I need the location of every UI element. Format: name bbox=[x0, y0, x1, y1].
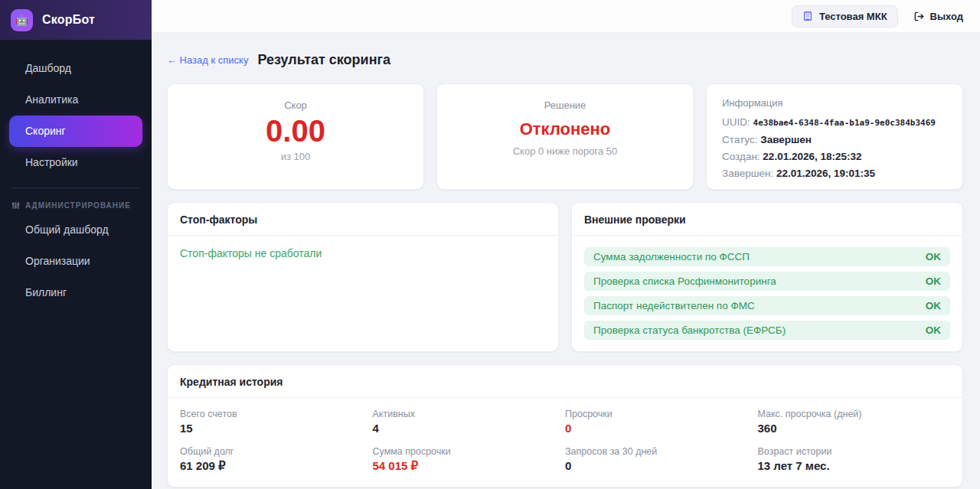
sidebar-item-billing[interactable]: Биллинг bbox=[0, 277, 152, 308]
info-row-status: Статус: Завершен bbox=[722, 132, 947, 148]
info-created-value: 22.01.2026, 18:25:32 bbox=[763, 151, 861, 162]
stat-total-accounts: Всего счетов 15 bbox=[180, 409, 373, 435]
status-badge: OK bbox=[926, 324, 941, 336]
status-badge: OK bbox=[926, 300, 941, 311]
check-label: Паспорт недействителен по ФМС bbox=[593, 300, 755, 311]
stop-factors-message: Стоп-факторы не сработали bbox=[180, 247, 546, 259]
stat-overdue-amount: Сумма просрочки 54 015 ₽ bbox=[373, 446, 566, 473]
robot-icon: 🤖 bbox=[15, 14, 28, 26]
logo-header: 🤖 СкорБот bbox=[0, 0, 152, 40]
checks-row: Стоп-факторы Стоп-факторы не сработали В… bbox=[167, 202, 963, 352]
logout-button[interactable]: Выход bbox=[913, 11, 963, 22]
stat-requests-30d: Запросов за 30 дней 0 bbox=[565, 446, 758, 473]
status-badge: OK bbox=[926, 251, 941, 262]
page-header: ← Назад к списку Результат скоринга bbox=[167, 52, 963, 68]
logout-icon bbox=[913, 11, 925, 22]
stat-total-debt: Общий долг 61 209 ₽ bbox=[180, 446, 373, 473]
external-checks-title: Внешние проверки bbox=[572, 203, 962, 236]
status-badge: OK bbox=[926, 275, 941, 287]
content: ← Назад к списку Результат скоринга Скор… bbox=[152, 33, 980, 487]
credit-history-body: Всего счетов 15 Активных 4 Просрочки 0 М… bbox=[168, 398, 962, 487]
org-button[interactable]: Тестовая МКК bbox=[792, 5, 898, 28]
sidebar-item-settings[interactable]: Настройки bbox=[0, 147, 152, 178]
app-logo: 🤖 bbox=[11, 9, 33, 31]
topbar: Тестовая МКК Выход bbox=[152, 0, 980, 33]
back-link[interactable]: ← Назад к списку bbox=[167, 54, 248, 66]
sidebar-item-analytics[interactable]: Аналитика bbox=[0, 84, 152, 116]
info-status-label: Статус: bbox=[722, 134, 757, 145]
decision-label: Решение bbox=[437, 99, 693, 111]
check-row-efrsb: Проверка статуса банкротства (ЕФРСБ) OK bbox=[584, 321, 950, 340]
admin-section-title: АДМИНИСТРИРОВАНИЕ bbox=[25, 201, 131, 210]
check-row-fms: Паспорт недействителен по ФМС OK bbox=[584, 296, 950, 315]
decision-sub: Скор 0 ниже порога 50 bbox=[437, 145, 693, 157]
score-label: Скор bbox=[168, 99, 423, 111]
info-created-label: Создан: bbox=[722, 151, 760, 162]
sidebar-item-dashboard[interactable]: Дашборд bbox=[0, 53, 152, 84]
app-title: СкорБот bbox=[42, 13, 95, 27]
stop-factors-panel: Стоп-факторы Стоп-факторы не сработали bbox=[167, 202, 559, 352]
sidebar-item-scoring[interactable]: Скоринг bbox=[9, 116, 142, 147]
info-card: Информация UUID: 4e38bae4-6348-4faa-b1a9… bbox=[706, 83, 963, 190]
main-column: Тестовая МКК Выход ← Назад к списку Резу… bbox=[152, 0, 980, 489]
stat-max-delinquency-days: Макс. просрочка (дней) 360 bbox=[758, 409, 951, 435]
external-checks-panel: Внешние проверки Сумма задолженности по … bbox=[571, 202, 963, 352]
building-icon bbox=[802, 11, 813, 21]
logout-label: Выход bbox=[930, 11, 963, 22]
info-status-value: Завершен bbox=[760, 134, 812, 145]
credit-history-panel: Кредитная история Всего счетов 15 Активн… bbox=[167, 364, 963, 487]
info-uuid-label: UUID: bbox=[722, 116, 750, 128]
info-finished-value: 22.01.2026, 19:01:35 bbox=[776, 168, 875, 179]
stop-factors-body: Стоп-факторы не сработали bbox=[168, 236, 558, 271]
score-sub: из 100 bbox=[168, 151, 423, 162]
sidebar-nav: Дашборд Аналитика Скоринг Настройки АДМИ… bbox=[0, 40, 152, 308]
stat-active-accounts: Активных 4 bbox=[373, 409, 566, 435]
decision-value: Отклонено bbox=[437, 119, 693, 139]
stat-history-age: Возраст истории 13 лет 7 мес. bbox=[758, 446, 951, 473]
decision-card: Решение Отклонено Скор 0 ниже порога 50 bbox=[436, 83, 694, 190]
check-row-rosfin: Проверка списка Росфинмониторинга OK bbox=[584, 272, 950, 291]
info-card-label: Информация bbox=[722, 97, 947, 109]
info-row-uuid: UUID: 4e38bae4-6348-4faa-b1a9-9e0c384b34… bbox=[722, 114, 947, 132]
sidebar-divider bbox=[11, 187, 141, 188]
check-label: Сумма задолженности по ФССП bbox=[593, 251, 750, 262]
external-checks-body: Сумма задолженности по ФССП OK Проверка … bbox=[572, 236, 962, 351]
info-finished-label: Завершен: bbox=[722, 168, 773, 179]
org-button-label: Тестовая МКК bbox=[819, 11, 887, 22]
check-row-fssp: Сумма задолженности по ФССП OK bbox=[584, 247, 950, 266]
sidebar: 🤖 СкорБот Дашборд Аналитика Скоринг Наст… bbox=[0, 0, 152, 489]
check-label: Проверка статуса банкротства (ЕФРСБ) bbox=[593, 324, 786, 336]
info-row-created: Создан: 22.01.2026, 18:25:32 bbox=[722, 148, 947, 165]
sidebar-item-global-dashboard[interactable]: Общий дашборд bbox=[0, 214, 152, 246]
sidebar-item-organizations[interactable]: Организации bbox=[0, 246, 152, 277]
page-title: Результат скоринга bbox=[257, 52, 390, 68]
info-row-finished: Завершен: 22.01.2026, 19:01:35 bbox=[722, 165, 947, 182]
stop-factors-title: Стоп-факторы bbox=[168, 203, 558, 236]
admin-section-header: АДМИНИСТРИРОВАНИЕ bbox=[0, 196, 152, 214]
credit-history-title: Кредитная история bbox=[168, 365, 962, 398]
info-uuid-value: 4e38bae4-6348-4faa-b1a9-9e0c384b3469 bbox=[753, 118, 936, 128]
score-card: Скор 0.00 из 100 bbox=[167, 83, 424, 190]
stat-delinquencies: Просрочки 0 bbox=[565, 409, 758, 435]
check-label: Проверка списка Росфинмониторинга bbox=[593, 275, 776, 287]
sliders-icon bbox=[11, 201, 20, 210]
summary-cards-row: Скор 0.00 из 100 Решение Отклонено Скор … bbox=[167, 83, 963, 190]
score-value: 0.00 bbox=[168, 112, 423, 149]
